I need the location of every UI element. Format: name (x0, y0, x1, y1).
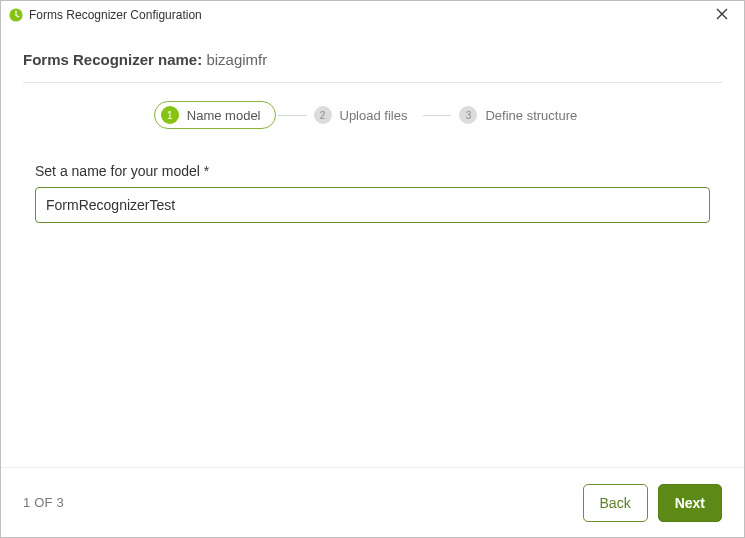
divider (23, 82, 722, 83)
titlebar: Forms Recognizer Configuration (1, 1, 744, 29)
step-name-model[interactable]: 1 Name model (154, 101, 276, 129)
back-button[interactable]: Back (583, 484, 648, 522)
recognizer-name-label: Forms Recognizer name: (23, 51, 202, 68)
step-label-3: Define structure (485, 108, 577, 123)
model-name-input[interactable] (35, 187, 710, 223)
dialog-window: Forms Recognizer Configuration Forms Rec… (0, 0, 745, 538)
next-button[interactable]: Next (658, 484, 722, 522)
recognizer-name-value: bizagimfr (206, 51, 267, 68)
page-indicator: 1 OF 3 (23, 495, 573, 510)
wizard-stepper: 1 Name model 2 Upload files 3 Define str… (23, 101, 722, 129)
window-title: Forms Recognizer Configuration (29, 8, 708, 22)
step-badge-1: 1 (161, 106, 179, 124)
step-separator (423, 115, 451, 116)
step-separator (278, 115, 306, 116)
step-badge-2: 2 (314, 106, 332, 124)
dialog-footer: 1 OF 3 Back Next (1, 467, 744, 537)
step-define-structure[interactable]: 3 Define structure (453, 102, 591, 128)
step-upload-files[interactable]: 2 Upload files (308, 102, 422, 128)
step-label-2: Upload files (340, 108, 408, 123)
recognizer-name-row: Forms Recognizer name: bizagimfr (23, 51, 722, 68)
step-label-1: Name model (187, 108, 261, 123)
model-name-label: Set a name for your model * (35, 163, 710, 179)
dialog-content: Forms Recognizer name: bizagimfr 1 Name … (1, 29, 744, 467)
close-icon[interactable] (708, 7, 736, 23)
app-icon (9, 8, 23, 22)
step-badge-3: 3 (459, 106, 477, 124)
